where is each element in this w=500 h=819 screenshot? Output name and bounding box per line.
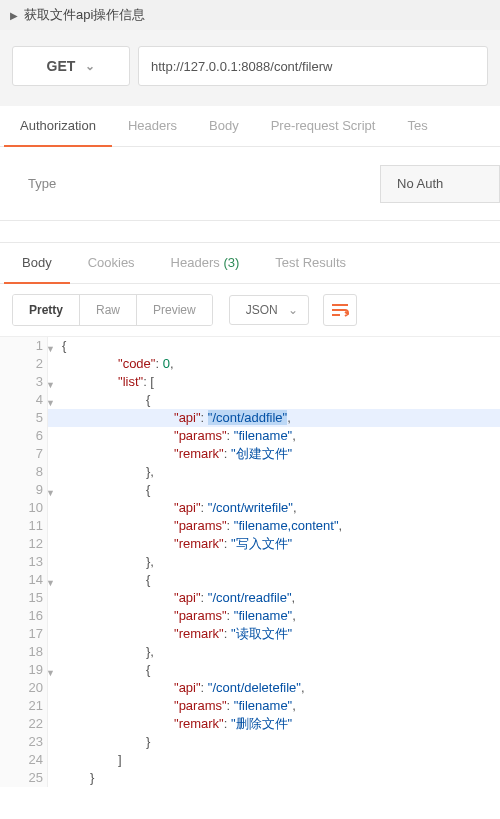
resp-tab-test-results[interactable]: Test Results (257, 243, 364, 284)
response-toolbar: Pretty Raw Preview JSON ⌄ (0, 284, 500, 336)
request-tabs: Authorization Headers Body Pre-request S… (0, 106, 500, 147)
view-pretty-button[interactable]: Pretty (13, 295, 80, 325)
http-method-select[interactable]: GET ⌄ (12, 46, 130, 86)
url-input[interactable] (138, 46, 488, 86)
auth-type-label: Type (0, 176, 380, 191)
tab-authorization[interactable]: Authorization (4, 106, 112, 147)
resp-tab-headers[interactable]: Headers (3) (153, 243, 258, 284)
request-url-row: GET ⌄ (0, 30, 500, 106)
tab-body[interactable]: Body (193, 106, 255, 147)
view-mode-group: Pretty Raw Preview (12, 294, 213, 326)
response-tabs: Body Cookies Headers (3) Test Results (0, 243, 500, 284)
format-label: JSON (246, 303, 278, 317)
section-gap (0, 221, 500, 243)
resp-tab-body[interactable]: Body (4, 243, 70, 284)
tab-prerequest[interactable]: Pre-request Script (255, 106, 392, 147)
auth-type-select[interactable]: No Auth (380, 165, 500, 203)
view-preview-button[interactable]: Preview (137, 295, 212, 325)
chevron-down-icon: ⌄ (85, 59, 95, 73)
auth-type-row: Type No Auth (0, 147, 500, 221)
request-title: 获取文件api操作信息 (24, 6, 145, 24)
auth-type-value: No Auth (397, 176, 443, 191)
collapse-triangle-icon: ▶ (10, 10, 18, 21)
tab-headers[interactable]: Headers (112, 106, 193, 147)
json-editor[interactable]: 1▼{ 2code: 0, 3▼list: [ 4▼{ 5api: /cont/… (0, 336, 500, 787)
format-select[interactable]: JSON ⌄ (229, 295, 309, 325)
wrap-icon (331, 303, 349, 317)
tab-tests[interactable]: Tes (391, 106, 443, 147)
chevron-down-icon: ⌄ (288, 303, 298, 317)
resp-tab-cookies[interactable]: Cookies (70, 243, 153, 284)
wrap-lines-button[interactable] (323, 294, 357, 326)
request-title-bar[interactable]: ▶ 获取文件api操作信息 (0, 0, 500, 30)
http-method-label: GET (47, 58, 76, 74)
view-raw-button[interactable]: Raw (80, 295, 137, 325)
